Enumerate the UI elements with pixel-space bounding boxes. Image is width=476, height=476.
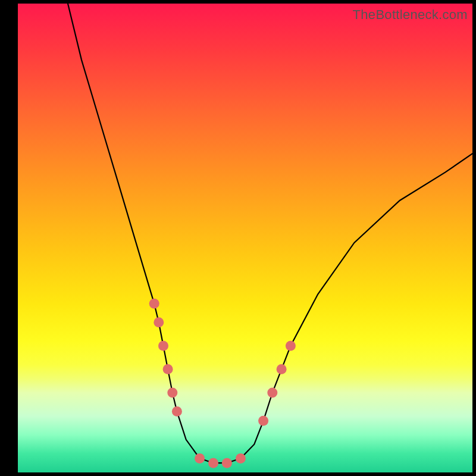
marker-dot bbox=[163, 364, 173, 374]
plot-area: TheBottleneck.com bbox=[18, 4, 472, 472]
marker-dot bbox=[195, 453, 205, 464]
marker-dot bbox=[149, 299, 159, 309]
marker-dot bbox=[208, 458, 218, 468]
marker-dot bbox=[158, 341, 168, 351]
marker-dot bbox=[286, 341, 296, 351]
marker-dot bbox=[222, 458, 232, 468]
chart-svg bbox=[18, 4, 472, 472]
marker-dot bbox=[267, 388, 277, 398]
marker-dot bbox=[172, 406, 182, 416]
marker-dot bbox=[258, 416, 268, 426]
chart-frame: TheBottleneck.com bbox=[0, 0, 476, 476]
marker-dot bbox=[154, 317, 164, 327]
marker-dot bbox=[236, 453, 246, 464]
marker-dot bbox=[277, 364, 287, 374]
marker-dot bbox=[167, 388, 177, 398]
